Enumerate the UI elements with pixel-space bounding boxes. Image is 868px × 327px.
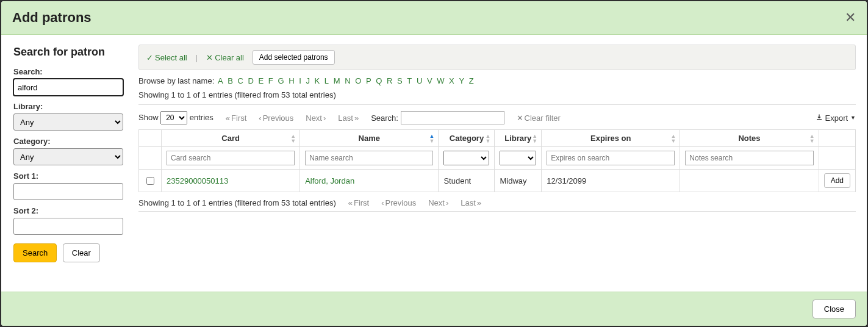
search-input[interactable] (13, 79, 123, 96)
last-page-link-bottom[interactable]: Last » (461, 198, 481, 207)
notes-filter-cell (680, 147, 819, 170)
letter-link-x[interactable]: X (449, 76, 454, 85)
sort2-label: Sort 2: (13, 206, 126, 215)
category-header-label: Category (450, 134, 484, 143)
letter-link-n[interactable]: N (345, 76, 350, 85)
sidebar-heading: Search for patron (13, 46, 126, 59)
close-button[interactable]: Close (812, 300, 856, 318)
expires-header[interactable]: Expires on ▲▼ (542, 130, 680, 147)
letter-link-j[interactable]: J (306, 76, 310, 85)
letter-link-h[interactable]: H (289, 76, 294, 85)
table-search-label: Search: (371, 113, 398, 123)
header-row: Card ▲▼ Name ▲▼ Category ▲▼ Library (139, 130, 856, 147)
search-button[interactable]: Search (13, 243, 57, 262)
first-page-link[interactable]: « First (226, 113, 247, 123)
close-icon[interactable]: ✕ (845, 11, 856, 24)
last-page-link[interactable]: Last » (338, 113, 359, 123)
sort-icon: ▲▼ (670, 134, 676, 143)
letter-link-q[interactable]: Q (376, 76, 382, 85)
letter-link-u[interactable]: U (417, 76, 422, 85)
sort-icon: ▲▼ (532, 134, 537, 143)
table-search: Search: (371, 111, 504, 124)
library-filter-select[interactable] (500, 151, 536, 165)
letter-link-t[interactable]: T (407, 76, 412, 85)
select-all-link[interactable]: ✓ Select all (146, 53, 187, 62)
letter-link-l[interactable]: L (325, 76, 329, 85)
notes-header-label: Notes (738, 134, 760, 143)
letter-link-a[interactable]: A (218, 76, 223, 85)
category-select[interactable]: Any (13, 148, 123, 165)
modal-body: Search for patron Search: Library: Any C… (1, 35, 867, 292)
previous-page-link[interactable]: ‹ Previous (259, 113, 293, 123)
separator: | (196, 53, 198, 62)
clear-button[interactable]: Clear (63, 243, 100, 262)
letter-link-r[interactable]: R (387, 76, 392, 85)
page-size-select[interactable]: 20 (160, 111, 187, 124)
add-selected-button[interactable]: Add selected patrons (253, 50, 335, 65)
letter-link-v[interactable]: V (427, 76, 432, 85)
clear-all-label: Clear all (215, 53, 244, 62)
notes-cell (680, 170, 819, 192)
next-page-link[interactable]: Next › (306, 113, 326, 123)
clear-all-link[interactable]: ✕ Clear all (206, 53, 244, 62)
chevron-double-right-icon: » (354, 113, 359, 123)
card-filter-input[interactable] (167, 151, 295, 165)
expires-filter-input[interactable] (547, 151, 675, 165)
modal-title: Add patrons (12, 10, 91, 26)
sort2-input[interactable] (13, 218, 123, 235)
sort-icon: ▲▼ (429, 134, 434, 143)
letter-link-s[interactable]: S (397, 76, 403, 85)
letter-link-w[interactable]: W (437, 76, 444, 85)
letter-link-k[interactable]: K (315, 76, 320, 85)
letter-link-e[interactable]: E (259, 76, 264, 85)
letter-link-b[interactable]: B (228, 76, 233, 85)
letter-link-f[interactable]: F (268, 76, 273, 85)
divider (138, 104, 856, 105)
card-header-label: Card (221, 134, 240, 143)
table-search-input[interactable] (401, 111, 504, 124)
notes-header[interactable]: Notes ▲▼ (680, 130, 819, 147)
sort1-label: Sort 1: (13, 171, 126, 181)
chevron-right-icon: › (323, 113, 326, 123)
sort1-input[interactable] (13, 183, 123, 200)
show-entries: Show 20 entries (138, 111, 213, 124)
row-checkbox[interactable] (146, 177, 154, 185)
letter-link-o[interactable]: O (355, 76, 361, 85)
category-field-group: Category: Any (13, 137, 126, 165)
name-filter-input[interactable] (305, 151, 433, 165)
selection-toolbar: ✓ Select all | ✕ Clear all Add selected … (138, 45, 856, 70)
letter-link-c[interactable]: C (238, 76, 243, 85)
library-field-group: Library: Any (13, 102, 126, 131)
next-label: Next (428, 198, 445, 207)
letter-link-m[interactable]: M (334, 76, 340, 85)
expires-cell: 12/31/2099 (542, 170, 680, 192)
library-select[interactable]: Any (13, 113, 123, 131)
category-filter-cell (439, 147, 495, 170)
add-patrons-modal: Add patrons ✕ Search for patron Search: … (1, 1, 867, 326)
card-cell[interactable]: 23529000050113 (162, 170, 300, 192)
letter-link-d[interactable]: D (248, 76, 254, 85)
letter-link-i[interactable]: I (299, 76, 301, 85)
add-row-button[interactable]: Add (824, 173, 850, 188)
next-page-link-bottom[interactable]: Next › (428, 198, 448, 207)
previous-page-link-bottom[interactable]: ‹ Previous (381, 198, 416, 207)
divider (138, 211, 856, 212)
letter-link-y[interactable]: Y (459, 76, 464, 85)
search-sidebar: Search for patron Search: Library: Any C… (1, 35, 138, 292)
browse-by-lastname: Browse by last name: A B C D E F G H I J… (138, 76, 856, 85)
name-header[interactable]: Name ▲▼ (300, 130, 439, 147)
card-header[interactable]: Card ▲▼ (162, 130, 300, 147)
letters-list: A B C D E F G H I J K L M N O P Q R S T … (217, 76, 475, 85)
first-page-link-bottom[interactable]: « First (348, 198, 370, 207)
chevron-left-icon: ‹ (381, 198, 384, 207)
category-filter-select[interactable] (443, 151, 489, 165)
category-header[interactable]: Category ▲▼ (439, 130, 495, 147)
letter-link-p[interactable]: P (366, 76, 371, 85)
name-cell[interactable]: Alford, Jordan (300, 170, 439, 192)
letter-link-z[interactable]: Z (469, 76, 474, 85)
clear-filter-link[interactable]: ✕ Clear filter (517, 113, 561, 123)
notes-filter-input[interactable] (685, 151, 813, 165)
library-header[interactable]: Library ▲▼ (495, 130, 542, 147)
export-button[interactable]: Export ▼ (816, 113, 856, 123)
letter-link-g[interactable]: G (278, 76, 284, 85)
